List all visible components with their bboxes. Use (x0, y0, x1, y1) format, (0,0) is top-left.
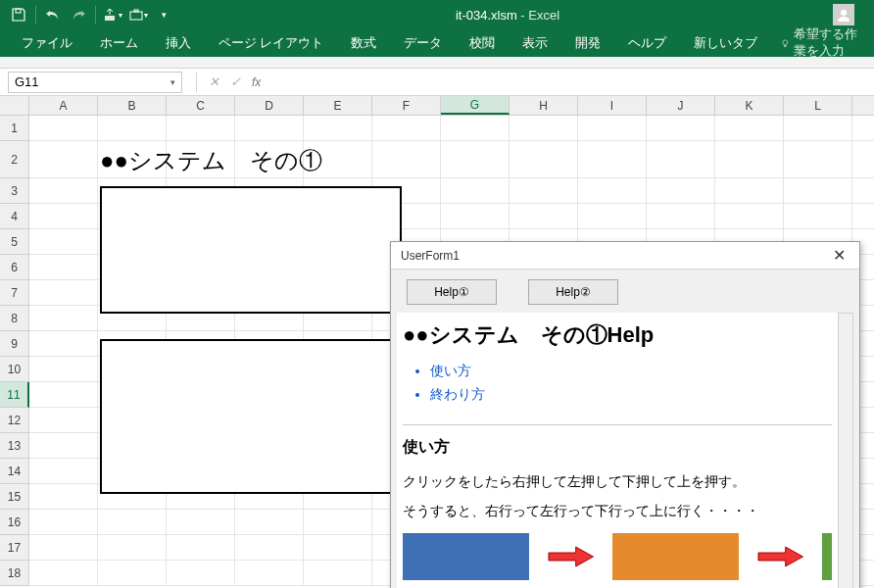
cell[interactable] (578, 204, 647, 228)
cell[interactable] (372, 116, 441, 140)
cell[interactable] (167, 510, 235, 534)
cell[interactable] (647, 141, 715, 177)
row-header[interactable]: 10 (0, 357, 29, 382)
row-header[interactable]: 14 (0, 459, 29, 484)
row-header[interactable]: 18 (0, 561, 29, 586)
row-header[interactable]: 11 (0, 382, 29, 408)
cell[interactable] (647, 204, 715, 228)
row-header[interactable]: 15 (0, 484, 29, 510)
row-header[interactable]: 4 (0, 204, 29, 229)
help-content-pane[interactable]: ●●システム その①Help 使い方 終わり方 使い方 クリックをしたら右押して… (397, 313, 838, 588)
col-header[interactable]: F (372, 96, 441, 115)
cell[interactable] (29, 306, 98, 330)
cell[interactable] (304, 116, 372, 140)
undo-icon[interactable] (42, 4, 64, 25)
user-avatar[interactable] (833, 4, 854, 25)
cell[interactable] (29, 535, 98, 560)
tab-insert[interactable]: 挿入 (152, 29, 205, 57)
row-header[interactable]: 6 (0, 255, 29, 280)
save-icon[interactable] (8, 4, 29, 25)
cell[interactable] (235, 116, 304, 140)
cell[interactable] (167, 535, 235, 560)
cell[interactable] (167, 561, 235, 585)
tab-view[interactable]: 表示 (509, 29, 561, 57)
cell[interactable] (29, 382, 98, 407)
row-header[interactable]: 3 (0, 178, 29, 204)
col-header[interactable]: H (510, 96, 578, 115)
cell[interactable] (29, 280, 98, 305)
cell[interactable] (510, 116, 578, 140)
drawn-rectangle-2[interactable] (100, 339, 402, 494)
cell[interactable] (784, 116, 852, 140)
cell[interactable] (98, 116, 167, 140)
cell[interactable] (29, 141, 98, 177)
row-header[interactable]: 13 (0, 433, 29, 459)
row-header[interactable]: 8 (0, 306, 29, 331)
tab-help[interactable]: ヘルプ (614, 29, 680, 57)
row-header[interactable]: 5 (0, 229, 29, 255)
cell[interactable] (578, 116, 647, 140)
row-header[interactable]: 17 (0, 535, 29, 561)
cell[interactable] (441, 204, 510, 228)
cell[interactable] (29, 408, 98, 432)
cell[interactable] (29, 510, 98, 534)
cell[interactable] (98, 510, 167, 534)
cell[interactable] (715, 141, 784, 177)
chevron-down-icon[interactable]: ▾ (170, 77, 175, 87)
col-header[interactable]: I (578, 96, 647, 115)
col-header[interactable]: E (304, 96, 372, 115)
cell[interactable] (304, 510, 372, 534)
cell[interactable] (372, 141, 441, 177)
row-header[interactable]: 2 (0, 141, 29, 178)
tell-me[interactable]: 希望する作業を入力 (771, 26, 874, 60)
help2-button[interactable]: Help② (528, 279, 618, 305)
help-link-ending[interactable]: 終わり方 (430, 383, 832, 407)
cell[interactable] (304, 535, 372, 560)
row-header[interactable]: 9 (0, 331, 29, 357)
cell[interactable] (510, 141, 578, 177)
cell[interactable] (441, 116, 510, 140)
row-header[interactable]: 7 (0, 280, 29, 306)
tab-new[interactable]: 新しいタブ (680, 29, 771, 57)
cell[interactable] (29, 255, 98, 279)
redo-icon[interactable] (68, 4, 89, 25)
help1-button[interactable]: Help① (407, 279, 497, 305)
userform-window[interactable]: UserForm1 ✕ Help① Help② ●●システム その①Help 使… (390, 241, 860, 588)
cell[interactable] (235, 535, 304, 560)
cell[interactable] (441, 178, 510, 203)
select-all-corner[interactable] (0, 96, 29, 115)
cell[interactable] (715, 204, 784, 228)
enter-formula-icon[interactable]: ✓ (224, 74, 246, 89)
col-header[interactable]: C (167, 96, 235, 115)
drawn-rectangle-1[interactable] (100, 186, 402, 314)
cell[interactable] (29, 484, 98, 509)
cell[interactable] (784, 204, 852, 228)
cell[interactable] (715, 178, 784, 203)
col-header[interactable]: B (98, 96, 167, 115)
name-box[interactable]: G11 ▾ (8, 72, 182, 93)
row-header[interactable]: 12 (0, 408, 29, 433)
tab-home[interactable]: ホーム (86, 29, 152, 57)
cell[interactable] (441, 141, 510, 177)
tab-page-layout[interactable]: ページ レイアウト (205, 29, 337, 57)
qat-tool-icon[interactable]: ▾ (102, 4, 123, 25)
cell[interactable] (578, 141, 647, 177)
cell[interactable] (167, 116, 235, 140)
cell[interactable] (29, 178, 98, 203)
userform-titlebar[interactable]: UserForm1 ✕ (391, 242, 859, 270)
cell[interactable] (235, 510, 304, 534)
cell[interactable] (647, 116, 715, 140)
cell[interactable] (784, 178, 852, 203)
close-icon[interactable]: ✕ (829, 246, 850, 265)
cell[interactable] (235, 561, 304, 585)
col-header[interactable]: L (784, 96, 852, 115)
cell[interactable] (715, 116, 784, 140)
cell[interactable] (510, 178, 578, 203)
tab-formulas[interactable]: 数式 (337, 29, 390, 57)
tab-file[interactable]: ファイル (8, 29, 86, 57)
cell[interactable] (98, 561, 167, 585)
cell[interactable] (304, 561, 372, 585)
cell[interactable] (647, 178, 715, 203)
cell[interactable] (784, 141, 852, 177)
cell[interactable] (29, 116, 98, 140)
